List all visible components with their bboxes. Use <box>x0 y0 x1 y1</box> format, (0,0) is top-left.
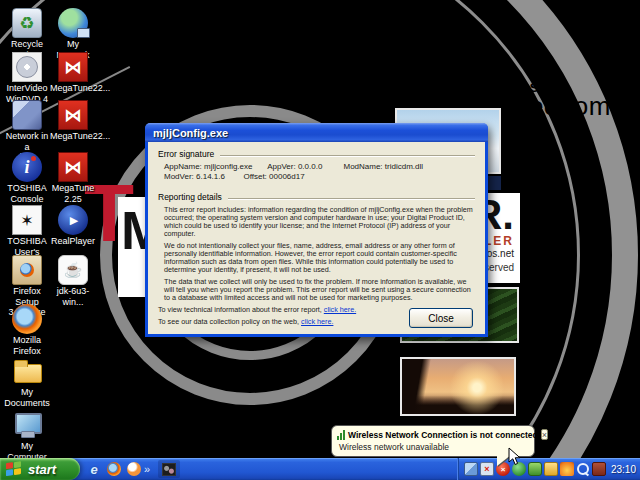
app-name-value: AppName: mjljconfig.exe <box>164 162 265 172</box>
error-signature-label: Error signature <box>158 149 214 159</box>
reporting-details-section: Reporting details <box>158 192 475 202</box>
desktop-icon-megatune-2-25[interactable]: MegaTune2.25 <box>50 152 96 204</box>
megatune22-2-icon <box>58 100 88 130</box>
desktop-icon-label: TOSHIBAConsole <box>4 183 50 204</box>
headline-main: freedom. <box>512 93 619 119</box>
desktop-icon-label: Mozilla Firefox <box>4 335 50 356</box>
technical-info-text: To view technical information about the … <box>158 305 324 314</box>
balloon-tail <box>497 455 511 466</box>
taskbar-app-button[interactable] <box>158 460 180 478</box>
realplayer-icon <box>58 205 88 235</box>
clock[interactable]: 23:10 <box>611 464 636 475</box>
firefox-icon[interactable] <box>106 461 122 477</box>
quick-launch: e <box>86 461 142 477</box>
search-magnifier-icon[interactable] <box>576 462 590 476</box>
my-network-places-icon <box>58 8 88 38</box>
windows-logo-icon <box>6 461 23 477</box>
jdk-6u3-win-icon <box>58 255 88 285</box>
update-orange-icon[interactable] <box>560 462 574 476</box>
error-signature-values: AppName: mjljconfig.exe AppVer: 0.0.0.0 … <box>164 162 475 182</box>
offset-value: Offset: 00006d17 <box>243 172 304 181</box>
internet-explorer-icon[interactable]: e <box>86 461 102 477</box>
toshiba-users-manual-icon <box>12 205 42 235</box>
reporting-paragraph-1: This error report includes: information … <box>164 206 475 238</box>
desktop-icon-mozilla-firefox[interactable]: Mozilla Firefox <box>4 304 50 356</box>
reporting-details-label: Reporting details <box>158 192 222 202</box>
desktop-icon-label: jdk-6u3-win... <box>50 286 96 307</box>
media-player-icon[interactable] <box>126 461 142 477</box>
recycle-bin-icon <box>12 8 42 38</box>
running-app-icon <box>162 463 176 476</box>
notification-balloon: Wireless Network Connection is not conne… <box>331 425 535 457</box>
balloon-title: Wireless Network Connection is not conne… <box>348 430 538 440</box>
data-policy-link[interactable]: click here. <box>301 317 333 326</box>
wallpaper-headline: Choose freedom. <box>486 78 619 119</box>
reporting-paragraph-2: We do not intentionally collect your fil… <box>164 242 475 274</box>
quick-launch-chevron[interactable]: » <box>144 463 150 475</box>
desktop-icon-label: MegaTune2.25 <box>50 183 96 204</box>
my-documents-icon <box>12 356 42 386</box>
reporting-paragraph-3: The data that we collect will only be us… <box>164 278 475 302</box>
intervideo-windvd-4-icon <box>12 52 42 82</box>
desktop-icon-my-computer[interactable]: My Computer <box>4 410 50 462</box>
start-button[interactable]: start <box>0 458 80 480</box>
desktop-icon-intervideo-windvd-4[interactable]: InterVideoWinDVD 4 <box>4 52 50 104</box>
mozilla-firefox-icon <box>12 304 42 334</box>
megatune22-1-icon <box>58 52 88 82</box>
balloon-close-icon[interactable]: × <box>541 429 548 440</box>
error-dialog: mjljConfig.exe Error signature AppName: … <box>145 123 488 337</box>
system-tray: ××23:10 <box>458 458 640 480</box>
start-label: start <box>28 462 56 477</box>
technical-info-link[interactable]: click here. <box>324 305 356 314</box>
desktop-icon-jdk-6u3-win[interactable]: jdk-6u3-win... <box>50 255 96 307</box>
desktop-icon-label: MegaTune22... <box>50 83 96 94</box>
status-green-icon[interactable] <box>512 462 526 476</box>
firefox-setup-icon <box>12 255 42 285</box>
desktop-icon-toshiba-console[interactable]: TOSHIBAConsole <box>4 152 50 204</box>
desktop: T M R. LER os.net served Choose freedom.… <box>0 0 640 480</box>
network-in-a-box-icon <box>12 100 42 130</box>
desktop-icon-label: RealPlayer <box>50 236 96 247</box>
balloon-body: Wireless network unavailable <box>339 442 529 452</box>
error-dialog-title: mjljConfig.exe <box>153 127 228 139</box>
my-computer-icon <box>12 410 42 440</box>
error-dialog-titlebar[interactable]: mjljConfig.exe <box>145 123 488 142</box>
app-maroon-icon[interactable] <box>592 462 606 476</box>
section-rule <box>220 155 475 156</box>
desktop-icon-label: My Documents <box>4 387 50 408</box>
archive-yellow-icon[interactable] <box>544 462 558 476</box>
wireless-icon <box>337 430 345 440</box>
desktop-icon-megatune22-1[interactable]: MegaTune22... <box>50 52 96 94</box>
sunset-photo <box>400 357 516 416</box>
desktop-icon-megatune22-2[interactable]: MegaTune22... <box>50 100 96 142</box>
taskbar: start e » ××23:10 <box>0 458 640 480</box>
network-connections-icon[interactable] <box>464 462 478 476</box>
error-dialog-body: Error signature AppName: mjljconfig.exe … <box>148 142 485 334</box>
mod-ver-value: ModVer: 6.14.1.6 <box>164 172 225 181</box>
desktop-icon-my-documents[interactable]: My Documents <box>4 356 50 408</box>
data-policy-text: To see our data collection policy on the… <box>158 317 301 326</box>
close-button[interactable]: Close <box>409 308 473 328</box>
desktop-icon-realplayer[interactable]: RealPlayer <box>50 205 96 247</box>
section-rule <box>228 198 475 199</box>
mod-name-value: ModName: tridicdm.dll <box>343 162 423 171</box>
status-green-2-icon[interactable] <box>528 462 542 476</box>
error-signature-section: Error signature <box>158 149 475 159</box>
wireless-disconnected-icon[interactable]: × <box>480 462 494 476</box>
app-ver-value: AppVer: 0.0.0.0 <box>267 162 341 172</box>
toshiba-console-icon <box>12 152 42 182</box>
desktop-icon-label: MegaTune22... <box>50 131 96 142</box>
megatune-2-25-icon <box>58 152 88 182</box>
